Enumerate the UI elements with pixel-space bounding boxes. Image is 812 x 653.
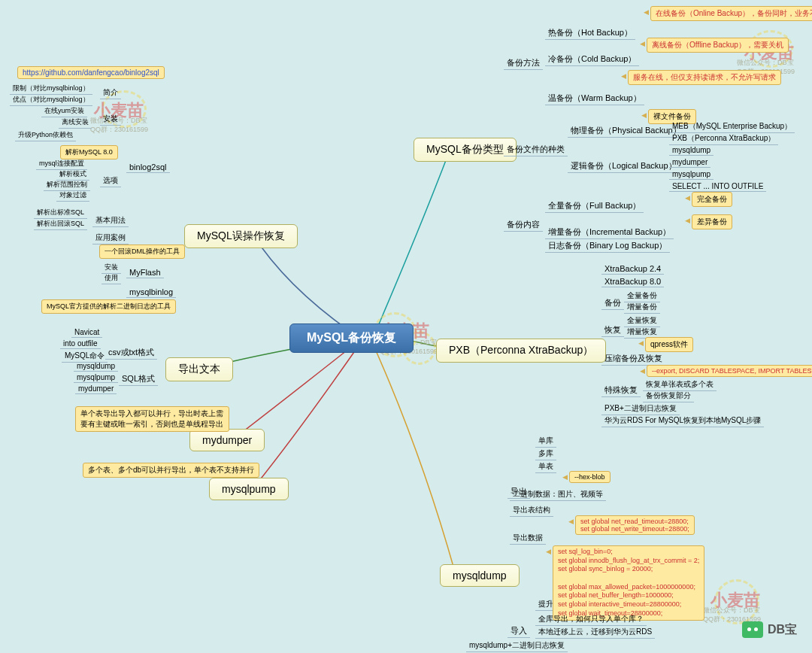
branch-backup-types[interactable]: MySQL备份类型: [414, 138, 517, 162]
node-singletable[interactable]: 单表: [535, 460, 556, 473]
note-data: set global net_read_timeout=28800; set g…: [575, 515, 695, 535]
node-pxb-huawei[interactable]: 华为云RDS For MySQL恢复到本地MySQL步骤: [601, 415, 764, 427]
node-install[interactable]: 安装: [100, 113, 121, 126]
note-speed: set sql_log_bin=0; set global innodb_flu…: [553, 545, 704, 621]
branch-pxb[interactable]: PXB（Perconna XtraBackup）: [436, 339, 606, 363]
node-import[interactable]: 导入: [508, 624, 530, 638]
node-singledb[interactable]: 单库: [535, 435, 556, 448]
node-backup-content[interactable]: 备份内容: [504, 218, 543, 232]
note-qpress: qpress软件: [645, 337, 693, 352]
note-mydumper: 单个表导出导入都可以并行，导出时表上需要有主键或唯一索引，否则也是单线程导出: [75, 406, 229, 432]
node-mf2[interactable]: 使用: [102, 272, 121, 284]
halo: [714, 579, 759, 624]
node-s2[interactable]: mysqlpump: [74, 372, 118, 383]
node-warm-backup[interactable]: 温备份（Warm Backup）: [545, 92, 644, 105]
note-mysqlbinlog: MySQL官方提供的解析二进制日志的工具: [41, 299, 176, 314]
wechat-icon: [742, 621, 763, 638]
node-s3[interactable]: mydumper: [75, 384, 117, 394]
node-myflash[interactable]: MyFlash: [126, 267, 164, 278]
node-logical[interactable]: 逻辑备份（Logical Backup）: [568, 159, 680, 173]
node-cold-backup[interactable]: 冷备份（Cold Backup）: [545, 53, 639, 66]
node-structure[interactable]: 导出表结构: [510, 504, 553, 517]
node-pxb-special[interactable]: 特殊恢复: [601, 384, 641, 397]
node-binary[interactable]: 二进制数据：图片、视频等: [510, 488, 606, 501]
node-inst-n3[interactable]: 升级Python依赖包: [15, 129, 76, 141]
note-hex: --hex-blob: [569, 471, 611, 483]
node-pxb-backup[interactable]: 备份: [601, 296, 624, 310]
node-pxb-80[interactable]: XtraBackup 8.0: [601, 276, 664, 287]
node-basic2[interactable]: 解析出回滚SQL: [34, 218, 87, 230]
node-physical[interactable]: 物理备份（Physical Backup）: [568, 124, 684, 138]
node-basic[interactable]: 基本用法: [92, 214, 129, 227]
node-full[interactable]: 全量备份（Full Backup）: [545, 199, 644, 213]
node-migrate[interactable]: 本地迁移上云，迁移到华为云RDS: [535, 626, 655, 639]
branch-mysqlpump[interactable]: mysqlpump: [209, 478, 289, 500]
node-pxb-s2[interactable]: 备份恢复部分: [643, 390, 694, 402]
node-meb[interactable]: MEB（MySQL Enterprise Backup）: [669, 120, 795, 133]
node-l1[interactable]: mysqldump: [669, 145, 714, 156]
node-pxb-sub[interactable]: PXB（Perconna XtraBackup）: [669, 132, 778, 145]
node-data[interactable]: 导出数据: [510, 532, 546, 545]
logo: DB宝: [742, 621, 797, 638]
node-case[interactable]: 应用案例: [92, 232, 129, 244]
node-hot-backup[interactable]: 热备份（Hot Backup）: [545, 26, 635, 40]
node-backup-method[interactable]: 备份方法: [504, 56, 543, 70]
node-options[interactable]: 选项: [100, 175, 121, 187]
note-url: https://github.com/danfengcao/binlog2sql: [17, 66, 165, 79]
node-backup-file[interactable]: 备份文件的种类: [504, 143, 568, 156]
node-fullexp[interactable]: 全库导出，如何只导入单个库？: [535, 613, 647, 626]
note-cold: 离线备份（Offline Backup），需要关机: [647, 38, 789, 53]
node-inst-n2[interactable]: 离线安装: [59, 117, 92, 129]
node-pxb-bi[interactable]: 增量备份: [624, 301, 660, 314]
node-csv[interactable]: csv或txt格式: [105, 346, 157, 360]
node-pxb-24[interactable]: XtraBackup 2.4: [601, 263, 664, 275]
node-intro[interactable]: 简介: [100, 87, 121, 99]
note-export: --export, DISCARD TABLESPACE, IMPORT TAB…: [647, 365, 812, 377]
note-mysqlpump: 多个表、多个db可以并行导出，单个表不支持并行: [83, 463, 259, 478]
node-navicat[interactable]: Navicat: [71, 327, 102, 338]
node-l3[interactable]: mysqlpump: [669, 169, 714, 180]
node-inc[interactable]: 增量备份（Incremental Backup）: [545, 226, 674, 239]
node-l2[interactable]: mydumper: [669, 157, 710, 168]
node-mysqldump-binlog[interactable]: mysqldump+二进制日志恢复: [466, 639, 568, 652]
note-full: 完全备份: [692, 192, 732, 207]
note-hot: 在线备份（Online Backup），备份同时，业务不受影响: [650, 6, 812, 21]
watermark: 小麦苗: [710, 589, 760, 612]
node-pxb-compress[interactable]: 压缩备份及恢复: [601, 352, 665, 366]
branch-mysqldump[interactable]: mysqldump: [440, 564, 520, 587]
node-intro-n2[interactable]: 优点（对比mysqlbinlog）: [10, 94, 92, 106]
node-s1[interactable]: mysqldump: [74, 361, 118, 372]
node-l4[interactable]: SELECT ... INTO OUTFILE: [669, 181, 766, 192]
root-node[interactable]: MySQL备份恢复: [289, 323, 414, 353]
note-inc: 差异备份: [692, 214, 732, 229]
node-log[interactable]: 日志备份（Binary Log Backup）: [545, 239, 670, 253]
node-binlog2sql[interactable]: binlog2sql: [126, 162, 170, 173]
branch-recovery[interactable]: MySQL误操作恢复: [184, 224, 298, 248]
branch-export-text[interactable]: 导出文本: [165, 357, 233, 381]
note-myflash: 一个回滚DML操作的工具: [99, 244, 185, 259]
node-mysqlbinlog[interactable]: mysqlbinlog: [126, 287, 176, 298]
node-pxb-restore[interactable]: 恢复: [601, 323, 624, 337]
branch-mydumper[interactable]: mydumper: [189, 429, 265, 451]
note-warm: 服务在线，但仅支持读请求，不允许写请求: [628, 70, 781, 85]
node-basic1[interactable]: 解析出标准SQL: [34, 207, 87, 219]
node-intro-n1[interactable]: 限制（对比mysqlbinlog）: [10, 83, 92, 95]
node-opt4[interactable]: 对象过滤: [56, 190, 89, 202]
node-outfile[interactable]: into outfile: [60, 339, 101, 349]
node-multidb[interactable]: 多库: [535, 448, 556, 460]
node-sql[interactable]: SQL格式: [119, 372, 158, 386]
node-pxb-binlog[interactable]: PXB+二进制日志恢复: [601, 402, 680, 415]
node-inst-n1[interactable]: 在线yum安装: [41, 105, 87, 117]
